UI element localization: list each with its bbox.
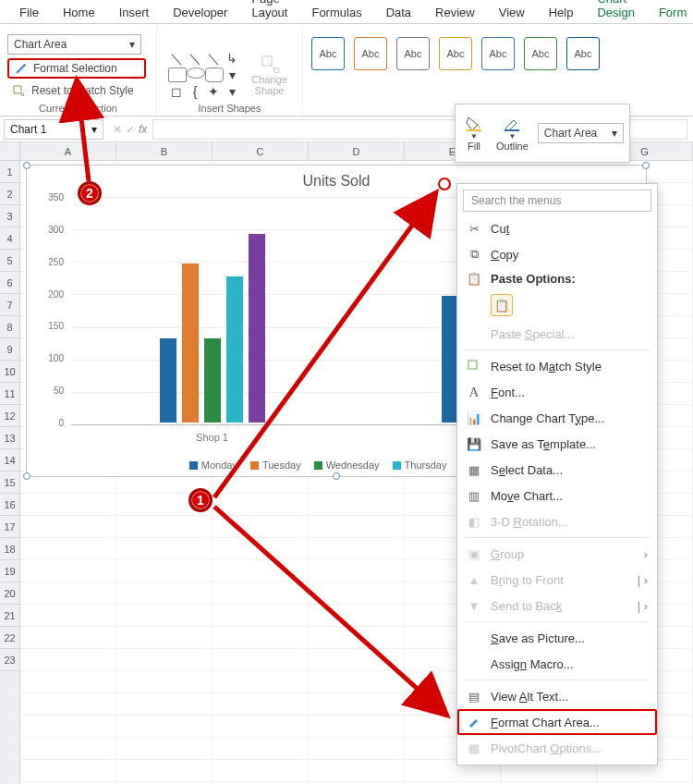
annotation-arrows xyxy=(0,0,693,784)
svg-line-7 xyxy=(214,507,447,716)
svg-line-5 xyxy=(77,80,89,181)
svg-line-6 xyxy=(214,192,436,497)
svg-point-8 xyxy=(439,178,450,190)
